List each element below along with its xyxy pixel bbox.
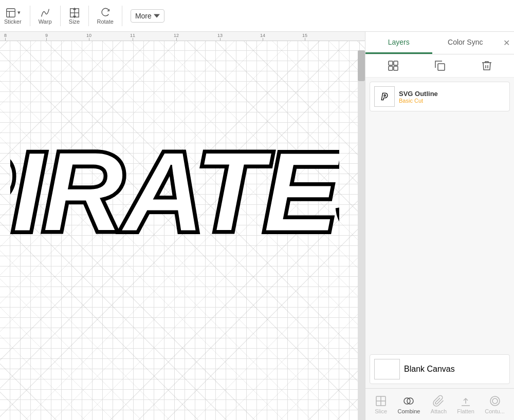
group-button[interactable]: [387, 60, 399, 72]
bottom-toolbar: Slice Combine Attach: [365, 388, 514, 420]
duplicate-button[interactable]: [434, 60, 446, 72]
layers-list: P SVG Outline Basic Cut: [365, 78, 514, 350]
size-tool[interactable]: Size: [69, 7, 80, 25]
sticker-tool[interactable]: ▾ Sticker: [4, 7, 22, 25]
blank-canvas-thumbnail: [374, 359, 400, 379]
scrollbar-thumb[interactable]: [358, 50, 365, 81]
separator3: [88, 6, 89, 26]
tab-color-sync[interactable]: Color Sync: [432, 32, 499, 54]
separator: [30, 6, 30, 26]
ruler-mark-13: 13: [217, 33, 223, 41]
svg-rect-11: [389, 61, 393, 65]
right-panel: Layers Color Sync ✕: [365, 32, 514, 420]
pirates-artwork: PIRATES PIRATES: [10, 92, 339, 269]
delete-button[interactable]: [481, 60, 493, 72]
panel-tabs: Layers Color Sync ✕: [365, 32, 514, 54]
blank-canvas-label: Blank Canvas: [404, 365, 455, 374]
ruler-top: 8 9 10 11 12 13 14: [0, 32, 365, 41]
svg-text:P: P: [382, 92, 388, 101]
svg-rect-13: [389, 66, 393, 70]
layer-name: SVG Outline: [399, 90, 505, 98]
svg-rect-14: [394, 66, 398, 70]
svg-rect-15: [438, 64, 445, 70]
rotate-tool[interactable]: Rotate: [97, 7, 114, 25]
combine-button[interactable]: Combine: [397, 395, 420, 414]
svg-rect-0: [7, 8, 15, 17]
more-button[interactable]: More: [131, 9, 164, 23]
tab-layers[interactable]: Layers: [365, 32, 432, 54]
panel-actions: [365, 54, 514, 78]
slice-button[interactable]: Slice: [375, 395, 387, 414]
separator2: [60, 6, 61, 26]
canvas-container[interactable]: PIRATES PIRATES: [0, 41, 365, 420]
warp-tool[interactable]: Warp: [39, 7, 52, 25]
layer-type: Basic Cut: [399, 98, 505, 104]
ruler-mark-15: 15: [302, 33, 307, 41]
ruler-mark-8: 8: [4, 33, 7, 41]
vertical-scrollbar[interactable]: [358, 50, 365, 420]
separator4: [122, 6, 122, 26]
svg-rect-12: [394, 61, 398, 65]
top-toolbar: ▾ Sticker Warp Size: [0, 0, 514, 32]
svg-marker-8: [154, 14, 160, 17]
blank-canvas-item[interactable]: Blank Canvas: [370, 354, 510, 384]
contour-button[interactable]: Contu...: [485, 395, 505, 414]
ruler-mark-12: 12: [174, 33, 179, 41]
layer-thumbnail: P: [374, 86, 395, 107]
panel-close-button[interactable]: ✕: [499, 32, 514, 54]
layer-info: SVG Outline Basic Cut: [399, 90, 505, 104]
svg-point-24: [492, 398, 498, 404]
svg-text:PIRATES: PIRATES: [10, 129, 339, 255]
ruler-mark-11: 11: [130, 33, 135, 41]
ruler-mark-10: 10: [86, 33, 91, 41]
canvas-area[interactable]: 8 9 10 11 12 13 14: [0, 32, 365, 420]
main-layout: 8 9 10 11 12 13 14: [0, 32, 514, 420]
layer-item-svg-outline[interactable]: P SVG Outline Basic Cut: [370, 82, 510, 111]
ruler-mark-9: 9: [45, 33, 48, 41]
ruler-mark-14: 14: [260, 33, 265, 41]
svg-point-23: [490, 396, 500, 406]
flatten-button[interactable]: Flatten: [457, 395, 474, 414]
attach-button[interactable]: Attach: [431, 395, 447, 414]
